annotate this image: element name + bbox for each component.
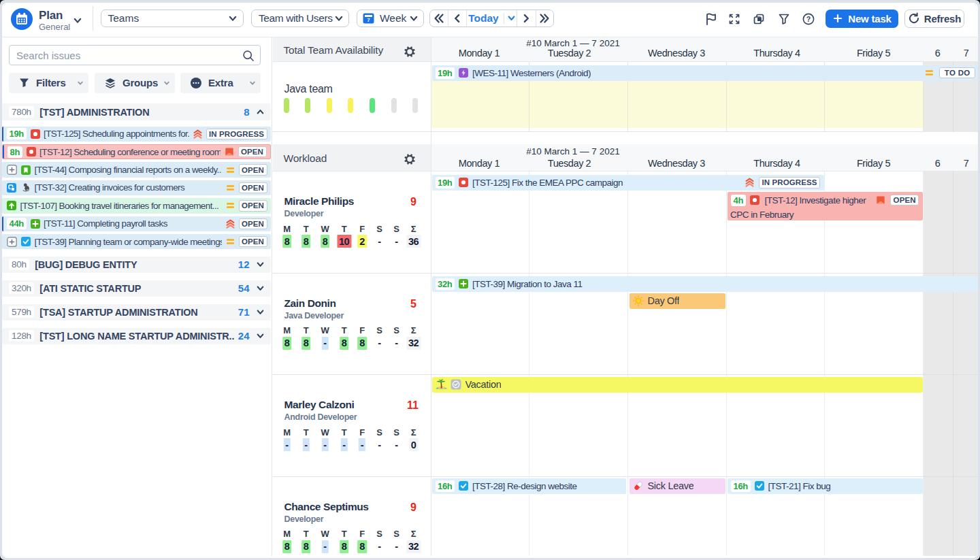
svg-text:7: 7 [367,17,370,23]
svg-text:?: ? [806,15,811,23]
